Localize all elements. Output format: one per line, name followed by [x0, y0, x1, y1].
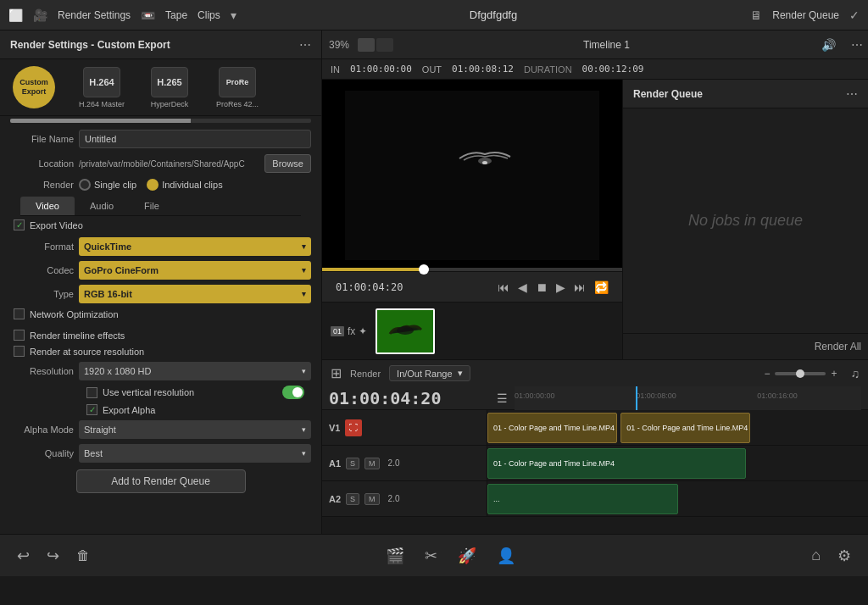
a2-s-button[interactable]: S [346, 493, 359, 505]
ruler-mark-2: 01:00:16:00 [757, 391, 798, 400]
redo-icon[interactable]: ↪ [47, 547, 59, 565]
add-to-queue-button[interactable]: Add to Render Queue [76, 469, 246, 493]
clip-thumbnail[interactable] [376, 308, 435, 354]
settings-icon[interactable]: ⚙ [837, 547, 851, 565]
individual-clips-option[interactable]: Individual clips [147, 179, 223, 191]
a1-s-button[interactable]: S [346, 458, 359, 469]
tape-icon[interactable]: 📼 [141, 8, 155, 22]
single-clip-option[interactable]: Single clip [79, 179, 136, 191]
a1-track-content: 01 - Color Page and Time Line.MP4 [487, 446, 868, 480]
render-all-button[interactable]: Render All [815, 341, 861, 352]
h264-icon: H.264 [83, 67, 120, 97]
use-vertical-check[interactable] [86, 387, 97, 398]
codec-row: Codec GoPro CineForm ▾ [10, 261, 311, 280]
export-alpha-check[interactable] [86, 404, 97, 415]
person-icon[interactable]: 👤 [497, 547, 515, 565]
hamburger-icon[interactable]: ☰ [497, 391, 508, 405]
timeline-grid-icon[interactable]: ⊞ [331, 365, 342, 381]
render-source-check[interactable] [14, 346, 25, 357]
export-video-check[interactable] [14, 219, 25, 230]
v1-flag-icon[interactable]: ⛶ [345, 419, 362, 436]
timeline-current-time: 01:00:04:20 [329, 388, 490, 408]
rocket-icon[interactable]: 🚀 [458, 547, 476, 565]
single-clip-radio[interactable] [79, 179, 91, 191]
skip-end-icon[interactable]: ⏭ [574, 280, 586, 294]
camera-icon[interactable]: 🎥 [33, 8, 47, 22]
vol-plus-icon[interactable]: + [831, 368, 837, 380]
panel-more-icon[interactable]: ⋯ [299, 38, 311, 52]
use-vertical-toggle[interactable] [282, 386, 304, 399]
clips-dropdown-icon[interactable]: ▾ [231, 8, 236, 22]
h265-sub: HyperDeck [151, 100, 189, 108]
custom-export-preset[interactable]: CustomExport [8, 66, 59, 108]
vol-handle[interactable] [796, 369, 804, 378]
render-timeline-check[interactable] [14, 330, 25, 341]
format-label: Format [10, 241, 74, 252]
loop-icon[interactable]: 🔁 [594, 280, 609, 294]
scrubber-track[interactable] [322, 268, 622, 271]
clip-icon[interactable]: 🎬 [386, 547, 404, 565]
v1-clip-2[interactable]: 01 - Color Page and Time Line.MP4 [620, 413, 750, 443]
resolution-dropdown[interactable]: 1920 x 1080 HD ▾ [79, 362, 311, 380]
codec-dropdown[interactable]: GoPro CineForm ▾ [79, 261, 311, 280]
vol-minus-icon[interactable]: − [764, 368, 770, 380]
vol-track[interactable] [775, 372, 826, 375]
h265-preset[interactable]: H.265 HyperDeck [144, 67, 195, 108]
alpha-mode-row: Alpha Mode Straight ▾ [10, 420, 311, 439]
clip-thumb-svg [377, 310, 433, 352]
bottom-right-icons: ⌂ ⚙ [811, 547, 851, 565]
view-icon-2[interactable] [376, 38, 393, 52]
render-queue-top-label: Render Queue [772, 9, 839, 21]
timecodes-bar: IN 01:00:00:00 OUT 01:00:08:12 DURATION … [322, 59, 868, 80]
monitor-icon[interactable]: ⬜ [8, 8, 23, 22]
home-icon[interactable]: ⌂ [811, 547, 821, 564]
tab-file[interactable]: File [129, 197, 175, 215]
tab-video[interactable]: Video [20, 197, 75, 215]
custom-export-circle: CustomExport [13, 66, 55, 108]
step-back-icon[interactable]: ◀ [518, 280, 527, 294]
type-dropdown[interactable]: RGB 16-bit ▾ [79, 285, 311, 303]
rq-title: Render Queue [633, 88, 703, 100]
music-icon[interactable]: ♫ [851, 367, 860, 380]
file-name-input[interactable] [79, 130, 311, 148]
checkmark-icon[interactable]: ✓ [849, 8, 860, 22]
a2-clip-1[interactable]: ... [487, 484, 678, 514]
a2-m-button[interactable]: M [364, 493, 380, 505]
v1-clip-1[interactable]: 01 - Color Page and Time Line.MP4 [487, 413, 617, 443]
delete-icon[interactable]: 🗑 [76, 548, 90, 563]
alpha-mode-dropdown[interactable]: Straight ▾ [79, 420, 311, 439]
view-icon-1[interactable] [358, 38, 375, 52]
skip-start-icon[interactable]: ⏮ [498, 280, 509, 294]
quality-value: Best [84, 448, 103, 458]
prores-preset[interactable]: ProRe ProRes 42... [212, 67, 263, 108]
stop-icon[interactable]: ⏹ [536, 280, 548, 294]
render-queue-icon[interactable]: 🖥 [750, 8, 762, 22]
network-opt-row: Network Optimization [10, 308, 311, 319]
scrubber-handle[interactable] [419, 264, 429, 275]
format-row: Format QuickTime ▾ [10, 237, 311, 256]
rq-empty-label: No jobs in queue [688, 212, 803, 230]
second-bar-more-icon[interactable]: ⋯ [846, 38, 868, 52]
timeline-controls: ⊞ Render In/Out Range ▾ − + ♫ [322, 359, 868, 386]
browse-button[interactable]: Browse [264, 154, 311, 173]
individual-clips-radio[interactable] [147, 179, 159, 191]
second-bar: 39% Timeline 1 🔊 ⋯ [322, 31, 868, 59]
rq-more-icon[interactable]: ⋯ [846, 87, 858, 101]
track-container: V1 ⛶ 01 - Color Page and Time Line.MP4 0… [322, 410, 868, 517]
undo-icon[interactable]: ↩ [17, 547, 30, 565]
quality-dropdown[interactable]: Best ▾ [79, 444, 311, 463]
volume-icon[interactable]: 🔊 [816, 38, 841, 52]
h264-preset[interactable]: H.264 H.264 Master [76, 67, 127, 108]
play-icon[interactable]: ▶ [556, 280, 565, 294]
format-dropdown[interactable]: QuickTime ▾ [79, 237, 311, 256]
network-opt-check[interactable] [14, 308, 25, 319]
tab-audio[interactable]: Audio [75, 197, 129, 215]
clip-strip-row: 01 fx ✦ [322, 302, 622, 359]
v1-name: V1 [329, 423, 340, 433]
a1-m-button[interactable]: M [364, 458, 380, 469]
render-source-row: Render at source resolution [10, 346, 311, 357]
a1-clip-1[interactable]: 01 - Color Page and Time Line.MP4 [487, 448, 746, 479]
edit-icon[interactable]: ✂ [425, 547, 437, 565]
render-range-dropdown[interactable]: In/Out Range ▾ [389, 365, 470, 381]
clip-strip-meta: 01 fx ✦ [331, 325, 367, 337]
